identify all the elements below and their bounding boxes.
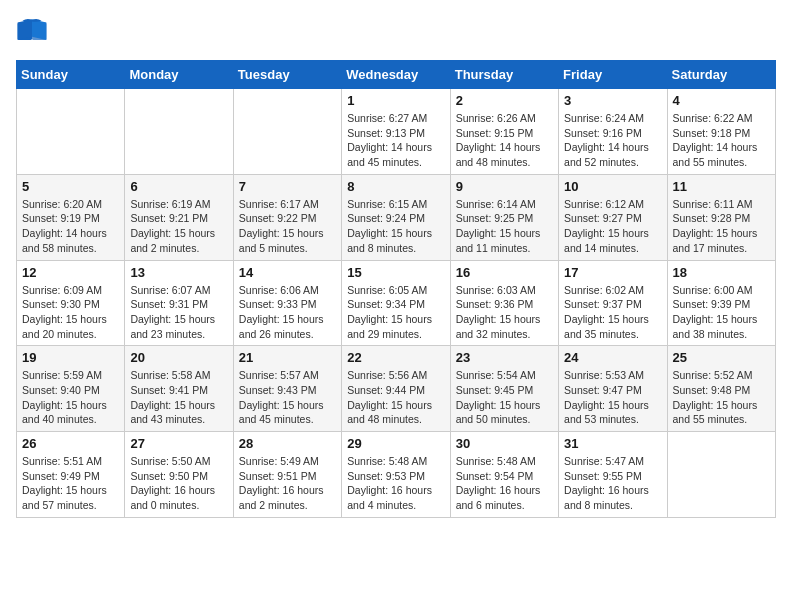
- calendar-cell: 30Sunrise: 5:48 AMSunset: 9:54 PMDayligh…: [450, 432, 558, 518]
- weekday-header-wednesday: Wednesday: [342, 61, 450, 89]
- day-info: Sunrise: 5:52 AMSunset: 9:48 PMDaylight:…: [673, 368, 770, 427]
- day-number: 9: [456, 179, 553, 194]
- calendar-cell: 1Sunrise: 6:27 AMSunset: 9:13 PMDaylight…: [342, 89, 450, 175]
- day-number: 29: [347, 436, 444, 451]
- weekday-header-saturday: Saturday: [667, 61, 775, 89]
- calendar-table: SundayMondayTuesdayWednesdayThursdayFrid…: [16, 60, 776, 518]
- calendar-cell: 2Sunrise: 6:26 AMSunset: 9:15 PMDaylight…: [450, 89, 558, 175]
- day-info: Sunrise: 5:51 AMSunset: 9:49 PMDaylight:…: [22, 454, 119, 513]
- day-number: 13: [130, 265, 227, 280]
- calendar-cell: 20Sunrise: 5:58 AMSunset: 9:41 PMDayligh…: [125, 346, 233, 432]
- calendar-cell: [125, 89, 233, 175]
- calendar-cell: 21Sunrise: 5:57 AMSunset: 9:43 PMDayligh…: [233, 346, 341, 432]
- weekday-header-friday: Friday: [559, 61, 667, 89]
- calendar-cell: 10Sunrise: 6:12 AMSunset: 9:27 PMDayligh…: [559, 174, 667, 260]
- calendar-cell: 7Sunrise: 6:17 AMSunset: 9:22 PMDaylight…: [233, 174, 341, 260]
- weekday-header-monday: Monday: [125, 61, 233, 89]
- weekday-header-thursday: Thursday: [450, 61, 558, 89]
- page-header: [16, 16, 776, 48]
- calendar-cell: 11Sunrise: 6:11 AMSunset: 9:28 PMDayligh…: [667, 174, 775, 260]
- day-info: Sunrise: 6:19 AMSunset: 9:21 PMDaylight:…: [130, 197, 227, 256]
- day-info: Sunrise: 6:06 AMSunset: 9:33 PMDaylight:…: [239, 283, 336, 342]
- calendar-cell: 6Sunrise: 6:19 AMSunset: 9:21 PMDaylight…: [125, 174, 233, 260]
- calendar-cell: 8Sunrise: 6:15 AMSunset: 9:24 PMDaylight…: [342, 174, 450, 260]
- day-number: 16: [456, 265, 553, 280]
- day-number: 6: [130, 179, 227, 194]
- calendar-cell: 4Sunrise: 6:22 AMSunset: 9:18 PMDaylight…: [667, 89, 775, 175]
- weekday-header-row: SundayMondayTuesdayWednesdayThursdayFrid…: [17, 61, 776, 89]
- calendar-cell: 9Sunrise: 6:14 AMSunset: 9:25 PMDaylight…: [450, 174, 558, 260]
- svg-marker-3: [18, 19, 32, 40]
- day-info: Sunrise: 6:26 AMSunset: 9:15 PMDaylight:…: [456, 111, 553, 170]
- day-number: 5: [22, 179, 119, 194]
- calendar-cell: 25Sunrise: 5:52 AMSunset: 9:48 PMDayligh…: [667, 346, 775, 432]
- calendar-cell: 26Sunrise: 5:51 AMSunset: 9:49 PMDayligh…: [17, 432, 125, 518]
- day-number: 14: [239, 265, 336, 280]
- weekday-header-sunday: Sunday: [17, 61, 125, 89]
- calendar-cell: 17Sunrise: 6:02 AMSunset: 9:37 PMDayligh…: [559, 260, 667, 346]
- day-info: Sunrise: 6:22 AMSunset: 9:18 PMDaylight:…: [673, 111, 770, 170]
- calendar-cell: 23Sunrise: 5:54 AMSunset: 9:45 PMDayligh…: [450, 346, 558, 432]
- day-info: Sunrise: 5:48 AMSunset: 9:53 PMDaylight:…: [347, 454, 444, 513]
- week-row-1: 1Sunrise: 6:27 AMSunset: 9:13 PMDaylight…: [17, 89, 776, 175]
- day-number: 2: [456, 93, 553, 108]
- calendar-cell: 31Sunrise: 5:47 AMSunset: 9:55 PMDayligh…: [559, 432, 667, 518]
- day-info: Sunrise: 6:14 AMSunset: 9:25 PMDaylight:…: [456, 197, 553, 256]
- calendar-cell: 27Sunrise: 5:50 AMSunset: 9:50 PMDayligh…: [125, 432, 233, 518]
- calendar-cell: 13Sunrise: 6:07 AMSunset: 9:31 PMDayligh…: [125, 260, 233, 346]
- day-info: Sunrise: 6:27 AMSunset: 9:13 PMDaylight:…: [347, 111, 444, 170]
- week-row-2: 5Sunrise: 6:20 AMSunset: 9:19 PMDaylight…: [17, 174, 776, 260]
- week-row-3: 12Sunrise: 6:09 AMSunset: 9:30 PMDayligh…: [17, 260, 776, 346]
- day-number: 11: [673, 179, 770, 194]
- day-info: Sunrise: 5:50 AMSunset: 9:50 PMDaylight:…: [130, 454, 227, 513]
- day-number: 26: [22, 436, 119, 451]
- day-number: 12: [22, 265, 119, 280]
- svg-marker-2: [32, 19, 46, 40]
- day-info: Sunrise: 5:47 AMSunset: 9:55 PMDaylight:…: [564, 454, 661, 513]
- day-info: Sunrise: 5:59 AMSunset: 9:40 PMDaylight:…: [22, 368, 119, 427]
- calendar-cell: 3Sunrise: 6:24 AMSunset: 9:16 PMDaylight…: [559, 89, 667, 175]
- day-number: 22: [347, 350, 444, 365]
- weekday-header-tuesday: Tuesday: [233, 61, 341, 89]
- calendar-cell: 29Sunrise: 5:48 AMSunset: 9:53 PMDayligh…: [342, 432, 450, 518]
- day-info: Sunrise: 6:07 AMSunset: 9:31 PMDaylight:…: [130, 283, 227, 342]
- day-number: 15: [347, 265, 444, 280]
- day-number: 17: [564, 265, 661, 280]
- calendar-cell: 19Sunrise: 5:59 AMSunset: 9:40 PMDayligh…: [17, 346, 125, 432]
- day-info: Sunrise: 5:54 AMSunset: 9:45 PMDaylight:…: [456, 368, 553, 427]
- day-info: Sunrise: 5:53 AMSunset: 9:47 PMDaylight:…: [564, 368, 661, 427]
- day-info: Sunrise: 6:17 AMSunset: 9:22 PMDaylight:…: [239, 197, 336, 256]
- day-number: 3: [564, 93, 661, 108]
- day-number: 25: [673, 350, 770, 365]
- day-number: 21: [239, 350, 336, 365]
- day-info: Sunrise: 5:56 AMSunset: 9:44 PMDaylight:…: [347, 368, 444, 427]
- day-info: Sunrise: 6:05 AMSunset: 9:34 PMDaylight:…: [347, 283, 444, 342]
- calendar-cell: [667, 432, 775, 518]
- day-number: 8: [347, 179, 444, 194]
- calendar-cell: 12Sunrise: 6:09 AMSunset: 9:30 PMDayligh…: [17, 260, 125, 346]
- day-info: Sunrise: 6:11 AMSunset: 9:28 PMDaylight:…: [673, 197, 770, 256]
- day-number: 23: [456, 350, 553, 365]
- calendar-cell: [17, 89, 125, 175]
- calendar-cell: 15Sunrise: 6:05 AMSunset: 9:34 PMDayligh…: [342, 260, 450, 346]
- day-info: Sunrise: 6:02 AMSunset: 9:37 PMDaylight:…: [564, 283, 661, 342]
- day-number: 10: [564, 179, 661, 194]
- day-number: 18: [673, 265, 770, 280]
- calendar-cell: 24Sunrise: 5:53 AMSunset: 9:47 PMDayligh…: [559, 346, 667, 432]
- day-number: 4: [673, 93, 770, 108]
- day-info: Sunrise: 6:12 AMSunset: 9:27 PMDaylight:…: [564, 197, 661, 256]
- calendar-cell: 14Sunrise: 6:06 AMSunset: 9:33 PMDayligh…: [233, 260, 341, 346]
- day-info: Sunrise: 5:48 AMSunset: 9:54 PMDaylight:…: [456, 454, 553, 513]
- day-info: Sunrise: 6:03 AMSunset: 9:36 PMDaylight:…: [456, 283, 553, 342]
- day-info: Sunrise: 6:00 AMSunset: 9:39 PMDaylight:…: [673, 283, 770, 342]
- day-info: Sunrise: 5:58 AMSunset: 9:41 PMDaylight:…: [130, 368, 227, 427]
- day-number: 28: [239, 436, 336, 451]
- calendar-cell: 16Sunrise: 6:03 AMSunset: 9:36 PMDayligh…: [450, 260, 558, 346]
- calendar-cell: [233, 89, 341, 175]
- day-info: Sunrise: 5:49 AMSunset: 9:51 PMDaylight:…: [239, 454, 336, 513]
- calendar-cell: 28Sunrise: 5:49 AMSunset: 9:51 PMDayligh…: [233, 432, 341, 518]
- calendar-cell: 22Sunrise: 5:56 AMSunset: 9:44 PMDayligh…: [342, 346, 450, 432]
- day-info: Sunrise: 6:24 AMSunset: 9:16 PMDaylight:…: [564, 111, 661, 170]
- logo: [16, 16, 52, 48]
- week-row-5: 26Sunrise: 5:51 AMSunset: 9:49 PMDayligh…: [17, 432, 776, 518]
